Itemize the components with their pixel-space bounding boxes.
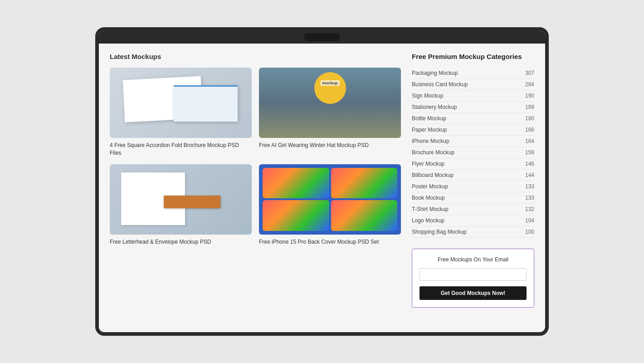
email-input[interactable]	[420, 268, 527, 281]
category-item-2[interactable]: Sign Mockup190	[412, 90, 534, 102]
category-name-6: iPhone Mockup	[412, 138, 449, 144]
sidebar: Free Premium Mockup Categories Packaging…	[412, 53, 534, 323]
device-top-bar	[99, 31, 545, 44]
category-name-10: Poster Mockup	[412, 183, 448, 190]
category-item-3[interactable]: Stationery Mockup189	[412, 102, 534, 113]
phone-case-4	[331, 200, 398, 231]
category-item-14[interactable]: Shopping Bag Mockup100	[412, 226, 534, 238]
email-box-title: Free Mockups On Your Email	[420, 256, 527, 263]
mockup-card-brochure[interactable]: 4 Free Square Accordion Fold Brochure Mo…	[110, 68, 252, 157]
category-item-7[interactable]: Brochure Mockup159	[412, 147, 534, 158]
phone-case-1	[263, 168, 329, 199]
category-count-11: 133	[525, 195, 534, 201]
email-submit-button[interactable]: Get Good Mockups Now!	[420, 286, 527, 300]
category-item-4[interactable]: Bottle Mockup180	[412, 113, 534, 124]
category-count-6: 164	[525, 138, 534, 144]
mockup-card-ai-girl[interactable]: Free AI Girl Wearing Winter Hat Mockup P…	[259, 68, 401, 157]
category-name-8: Flyer Mockup	[412, 161, 444, 167]
category-name-9: Billboard Mockup	[412, 172, 454, 178]
category-count-0: 307	[525, 70, 534, 76]
categories-title: Free Premium Mockup Categories	[412, 53, 534, 60]
main-content: Latest Mockups 4 Free Square Accordion F…	[110, 53, 401, 323]
category-count-8: 146	[525, 161, 534, 167]
category-count-4: 180	[525, 115, 534, 122]
category-item-6[interactable]: iPhone Mockup164	[412, 136, 534, 147]
category-list: Packaging Mockup307Business Card Mockup2…	[412, 68, 534, 238]
mockup-title-letterhead: Free Letterhead & Envelope Mockup PSD	[110, 238, 252, 246]
category-item-9[interactable]: Billboard Mockup144	[412, 170, 534, 181]
mockup-image-ai-girl	[259, 68, 401, 138]
category-item-13[interactable]: Logo Mockup104	[412, 215, 534, 226]
category-name-5: Paper Mockup	[412, 127, 447, 133]
category-item-8[interactable]: Flyer Mockup146	[412, 158, 534, 170]
mockup-grid: 4 Free Square Accordion Fold Brochure Mo…	[110, 68, 401, 245]
category-item-11[interactable]: Book Mockup133	[412, 192, 534, 204]
mockup-image-letterhead	[110, 164, 252, 235]
device-camera	[304, 33, 340, 41]
category-count-5: 166	[525, 127, 534, 133]
category-name-12: T-Shirt Mockup	[412, 206, 449, 212]
email-subscription-box: Free Mockups On Your Email Get Good Mock…	[412, 249, 534, 308]
category-name-0: Packaging Mockup	[412, 70, 458, 76]
mockup-card-iphone[interactable]: Free iPhone 15 Pro Back Cover Mockup PSD…	[259, 164, 401, 246]
phone-case-3	[263, 200, 329, 231]
category-count-13: 104	[525, 217, 534, 224]
category-item-0[interactable]: Packaging Mockup307	[412, 68, 534, 79]
mockup-title-ai-girl: Free AI Girl Wearing Winter Hat Mockup P…	[259, 142, 401, 149]
category-item-10[interactable]: Poster Mockup133	[412, 181, 534, 192]
mockup-image-brochure	[110, 68, 252, 138]
category-name-3: Stationery Mockup	[412, 104, 457, 110]
category-name-13: Logo Mockup	[412, 217, 444, 224]
latest-mockups-title: Latest Mockups	[110, 53, 401, 60]
category-count-12: 132	[525, 206, 534, 212]
mockup-title-brochure: 4 Free Square Accordion Fold Brochure Mo…	[110, 142, 252, 157]
phone-case-2	[331, 168, 398, 199]
category-count-2: 190	[525, 93, 534, 99]
category-count-3: 189	[525, 104, 534, 110]
category-item-1[interactable]: Business Card Mockup284	[412, 79, 534, 90]
mockup-title-iphone: Free iPhone 15 Pro Back Cover Mockup PSD…	[259, 238, 401, 246]
category-name-2: Sign Mockup	[412, 93, 443, 99]
category-name-14: Shopping Bag Mockup	[412, 229, 467, 235]
category-count-9: 144	[525, 172, 534, 178]
category-item-5[interactable]: Paper Mockup166	[412, 124, 534, 136]
mockup-image-iphone	[259, 164, 401, 235]
category-count-14: 100	[525, 229, 534, 235]
category-count-10: 133	[525, 183, 534, 190]
mockup-card-letterhead[interactable]: Free Letterhead & Envelope Mockup PSD	[110, 164, 252, 246]
category-name-7: Brochure Mockup	[412, 149, 454, 156]
device-frame: Latest Mockups 4 Free Square Accordion F…	[95, 27, 549, 336]
category-count-7: 159	[525, 149, 534, 156]
category-name-1: Business Card Mockup	[412, 81, 468, 88]
category-name-11: Book Mockup	[412, 195, 445, 201]
category-name-4: Bottle Mockup	[412, 115, 446, 122]
category-count-1: 284	[525, 81, 534, 88]
content-area: Latest Mockups 4 Free Square Accordion F…	[99, 44, 545, 332]
category-item-12[interactable]: T-Shirt Mockup132	[412, 204, 534, 215]
